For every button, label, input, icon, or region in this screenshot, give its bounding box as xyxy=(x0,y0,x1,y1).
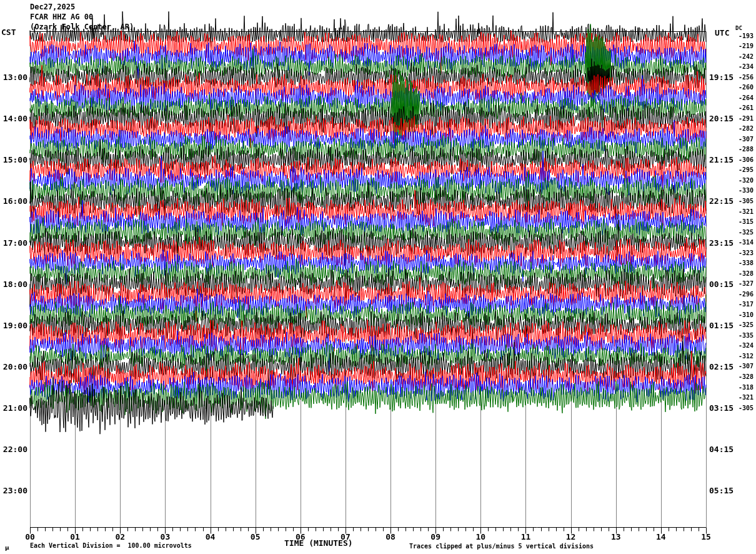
x-tick-label: 01 xyxy=(66,533,84,541)
x-tick-label: 11 xyxy=(516,533,535,541)
x-axis-title: TIME (MINUTES) xyxy=(284,539,353,547)
cst-time-label: 16:00 xyxy=(0,197,27,205)
dc-offset-value: -338 xyxy=(726,260,754,266)
cst-time-label: 17:00 xyxy=(0,239,27,247)
dc-offset-column-header: DC xyxy=(735,26,742,31)
dc-offset-value: -288 xyxy=(726,146,754,153)
dc-offset-value: -318 xyxy=(726,385,754,391)
x-tick-label: 10 xyxy=(471,533,490,541)
dc-offset-value: -234 xyxy=(726,64,754,70)
dc-offset-value: -260 xyxy=(726,84,754,91)
x-tick-label: 12 xyxy=(562,533,580,541)
dc-offset-value: -325 xyxy=(726,322,754,328)
dc-offset-value: -296 xyxy=(726,291,754,298)
dc-offset-value: -328 xyxy=(726,271,754,277)
dc-offset-value: -321 xyxy=(726,395,754,401)
dc-offset-value: -193 xyxy=(726,33,754,39)
x-tick-label: 14 xyxy=(652,533,670,541)
cst-time-label: 23:00 xyxy=(0,486,27,495)
dc-offset-value: -327 xyxy=(726,281,754,287)
dc-offset-value: -310 xyxy=(726,312,754,318)
header-station-code: FCAR HHZ AG 00 xyxy=(30,13,93,21)
dc-offset-value: -242 xyxy=(726,54,754,60)
dc-offset-value: -314 xyxy=(726,239,754,246)
cst-time-label: 14:00 xyxy=(0,114,27,123)
utc-time-label: 05:15 xyxy=(709,486,734,495)
x-tick-label: 09 xyxy=(426,533,445,541)
x-tick-label: 04 xyxy=(201,533,220,541)
dc-offset-value: -317 xyxy=(726,301,754,308)
dc-offset-value: -291 xyxy=(726,116,754,122)
dc-offset-value: -321 xyxy=(726,209,754,215)
x-tick-label: 02 xyxy=(111,533,129,541)
dc-offset-value: -307 xyxy=(726,363,754,370)
clipping-note: Traces clipped at plus/minus 5 vertical … xyxy=(409,543,594,550)
dc-offset-value: -312 xyxy=(726,353,754,360)
dc-offset-value: -323 xyxy=(726,250,754,256)
x-tick-label: 08 xyxy=(381,533,400,541)
cst-time-label: 15:00 xyxy=(0,156,27,164)
left-axis-timezone-label: CST xyxy=(1,28,16,36)
x-tick-label: 13 xyxy=(607,533,625,541)
dc-offset-value: -261 xyxy=(726,105,754,111)
header-station-location: (Ozark Folk Center, AR) xyxy=(30,23,134,31)
x-tick-label: 05 xyxy=(246,533,265,541)
x-tick-label: 03 xyxy=(156,533,174,541)
dc-offset-value: -330 xyxy=(726,188,754,194)
dc-offset-value: -325 xyxy=(726,229,754,236)
dc-offset-value: -264 xyxy=(726,95,754,101)
cst-time-label: 22:00 xyxy=(0,445,27,453)
x-tick-label: 15 xyxy=(697,533,715,541)
dc-offset-value: -219 xyxy=(726,43,754,49)
helicorder-page: Dec27,2025 FCAR HHZ AG 00 (Ozark Folk Ce… xyxy=(0,0,756,554)
dc-offset-value: -335 xyxy=(726,333,754,339)
dc-offset-value: -305 xyxy=(726,405,754,411)
dc-offset-value: -282 xyxy=(726,126,754,132)
dc-offset-value: -305 xyxy=(726,198,754,204)
cst-time-label: 21:00 xyxy=(0,404,27,412)
cst-time-label: 13:00 xyxy=(0,73,27,81)
seismogram-canvas xyxy=(0,0,756,554)
dc-offset-value: -328 xyxy=(726,374,754,380)
dc-offset-value: -256 xyxy=(726,74,754,81)
x-tick-label: 00 xyxy=(21,533,39,541)
dc-offset-value: -307 xyxy=(726,136,754,143)
utc-time-label: 04:15 xyxy=(709,445,734,453)
vertical-scale-note: Each Vertical Division = 100.00 microvol… xyxy=(30,543,192,549)
dc-offset-value: -315 xyxy=(726,219,754,225)
dc-offset-value: -320 xyxy=(726,178,754,184)
header-date: Dec27,2025 xyxy=(30,3,75,11)
cst-time-label: 18:00 xyxy=(0,280,27,288)
corner-mark: µ xyxy=(5,545,9,551)
dc-offset-value: -306 xyxy=(726,157,754,163)
cst-time-label: 20:00 xyxy=(0,363,27,371)
dc-offset-value: -324 xyxy=(726,343,754,349)
dc-offset-value: -295 xyxy=(726,167,754,173)
cst-time-label: 19:00 xyxy=(0,321,27,330)
